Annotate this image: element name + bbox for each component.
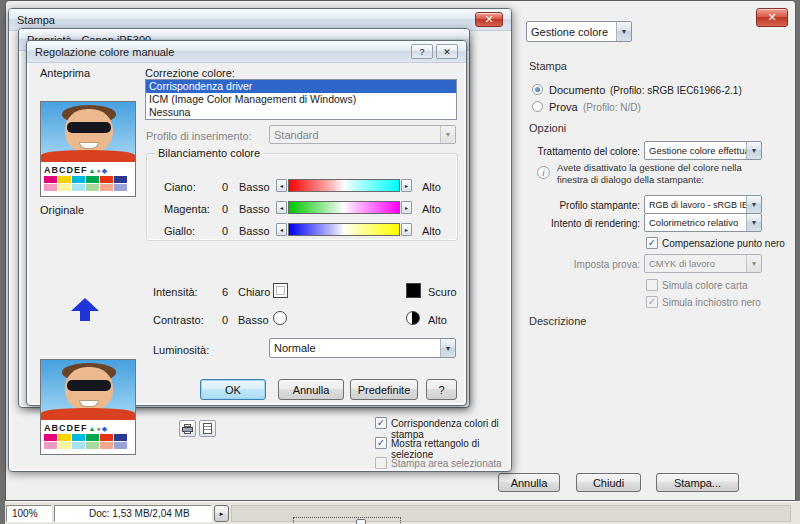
color-swatches (44, 442, 132, 449)
right-arrow-icon[interactable]: ▸ (401, 201, 412, 214)
zoom-field[interactable]: 100% (6, 505, 52, 522)
trattamento-value: Gestione colore effettuata da Pho (649, 145, 746, 156)
circle-icon: ● (96, 167, 100, 174)
right-arrow-icon[interactable]: ▸ (401, 223, 412, 236)
annulla-button[interactable]: Annulla (278, 379, 344, 400)
ciano-slider[interactable] (288, 179, 400, 192)
dialog-titlebar[interactable]: Regolazione colore manuale ? ✕ (27, 41, 466, 63)
contrasto-label: Contrasto: (153, 314, 204, 326)
print-icon-button[interactable] (179, 420, 196, 437)
dialog-title: Regolazione colore manuale (35, 46, 174, 58)
chevron-down-icon: ▾ (616, 22, 631, 41)
magenta-low-label: Basso (239, 203, 270, 215)
stampa-button[interactable]: Stampa... (656, 473, 739, 492)
simula-inchiostro-label: Simula inchiostro nero (662, 297, 761, 308)
status-flyout-button[interactable]: ► (214, 505, 229, 522)
ok-button[interactable]: OK (200, 379, 266, 400)
left-arrow-icon[interactable]: ◂ (276, 223, 287, 236)
trattamento-select[interactable]: Gestione colore effettuata da Pho ▾ (644, 141, 762, 160)
trattamento-label: Trattamento del colore: (504, 146, 640, 157)
contrasto-value: 0 (212, 314, 228, 326)
intento-select[interactable]: Colorimetrico relativo ▾ (644, 213, 762, 232)
luminosita-select[interactable]: Normale ▾ (269, 338, 456, 358)
simula-inchiostro-checkbox: ✓ (646, 296, 658, 308)
list-item[interactable]: ICM (Image Color Management di Windows) (146, 93, 456, 106)
ciano-high-label: Alto (422, 181, 441, 193)
imposta-prova-label: Imposta prova: (526, 259, 640, 270)
contrast-high-icon (406, 311, 420, 325)
predefinite-button[interactable]: Predefinite (350, 379, 418, 400)
giallo-slider[interactable] (288, 223, 400, 236)
documento-label: Documento (549, 84, 605, 96)
documento-radio[interactable] (532, 84, 543, 95)
area-checkbox (375, 457, 387, 469)
prova-radio[interactable] (532, 101, 543, 112)
correzione-listbox[interactable]: Corrispondenza driver ICM (Image Color M… (145, 79, 457, 120)
simula-carta-checkbox (646, 279, 658, 291)
chiudi-button[interactable]: Chiudi (576, 473, 641, 492)
panel-select[interactable]: Gestione colore ▾ (526, 21, 632, 42)
color-swatches (44, 176, 132, 183)
chevron-down-icon: ▾ (440, 339, 455, 357)
triangle-icon: ▲ (89, 167, 96, 174)
doc-size-value: Doc: 1,53 MB/2,04 MB (55, 506, 190, 521)
dark-icon (406, 283, 421, 298)
profilo-stampante-select[interactable]: RGB di lavoro - sRGB IEC61966-2.1 ▾ (644, 195, 762, 214)
right-arrow-icon[interactable]: ▸ (401, 179, 412, 192)
section-stampa: Stampa (529, 60, 567, 72)
window-title: Stampa (17, 14, 55, 26)
luminosita-label: Luminosità: (153, 344, 209, 356)
intento-value: Colorimetrico relativo (649, 217, 738, 228)
help-button[interactable]: ? (426, 379, 457, 400)
close-button[interactable]: ✕ (475, 12, 503, 27)
help-button[interactable]: ? (411, 44, 433, 59)
profilo-stampante-value: RGB di lavoro - sRGB IEC61966-2.1 (649, 200, 746, 210)
intensita-low-label: Chiaro (238, 286, 270, 298)
profilo-stampante-label: Profilo stampante: (526, 200, 640, 211)
correzione-label: Correzione colore: (145, 67, 235, 79)
check-icon: ✓ (377, 438, 385, 448)
page-icon-button[interactable] (199, 420, 216, 437)
close-button[interactable]: ✕ (756, 8, 788, 27)
check-icon: ✓ (648, 297, 656, 307)
status-bar: 100% Doc: 1,53 MB/2,04 MB ► (5, 501, 800, 524)
corrispondenza-checkbox[interactable]: ✓ (375, 417, 387, 429)
list-item[interactable]: Corrispondenza driver (146, 80, 456, 93)
contrasto-low-label: Basso (238, 314, 269, 326)
prova-label: Prova (549, 101, 578, 113)
info-icon: i (537, 166, 550, 179)
left-arrow-icon[interactable]: ◂ (276, 179, 287, 192)
magenta-label: Magenta: (164, 203, 210, 215)
ciano-label: Ciano: (164, 181, 196, 193)
preview-image: ABCDEF▲●◆ (40, 101, 136, 197)
check-icon: ✓ (377, 418, 385, 428)
magenta-slider[interactable] (288, 201, 400, 214)
ciano-low-label: Basso (239, 181, 270, 193)
chevron-down-icon: ▾ (746, 255, 761, 272)
close-button[interactable]: ✕ (436, 44, 458, 59)
color-swatches (44, 434, 132, 441)
prova-profile: (Profilo: N/D) (583, 102, 641, 113)
annulla-button[interactable]: Annulla (498, 473, 560, 492)
corrispondenza-label: Corrispondenza colori di stampa (391, 418, 511, 440)
magenta-value: 0 (210, 203, 228, 215)
bilanciamento-label: Bilanciamento colore (155, 147, 263, 159)
color-adjust-dialog: Regolazione colore manuale ? ✕ Anteprima… (26, 40, 467, 406)
imposta-prova-value: CMYK di lavoro (649, 258, 715, 269)
compensazione-label: Compensazione punto nero (662, 238, 785, 249)
triangle-icon: ▲ (89, 425, 96, 432)
intensita-slider[interactable] (293, 517, 401, 524)
anteprima-label: Anteprima (40, 67, 90, 79)
list-item[interactable]: Nessuna (146, 106, 456, 119)
doc-size-field: Doc: 1,53 MB/2,04 MB (54, 505, 212, 522)
rettangolo-checkbox[interactable]: ✓ (375, 437, 387, 449)
documento-profile: (Profilo: sRGB IEC61966-2.1) (610, 85, 742, 96)
chevron-down-icon: ▾ (440, 126, 455, 143)
diamond-icon: ◆ (102, 425, 107, 432)
compensazione-checkbox[interactable]: ✓ (646, 237, 658, 249)
intensita-label: Intensità: (153, 286, 198, 298)
close-icon: ✕ (443, 47, 451, 57)
slider-thumb[interactable] (356, 519, 366, 524)
rettangolo-label: Mostra rettangolo di selezione (391, 438, 511, 460)
left-arrow-icon[interactable]: ◂ (276, 201, 287, 214)
